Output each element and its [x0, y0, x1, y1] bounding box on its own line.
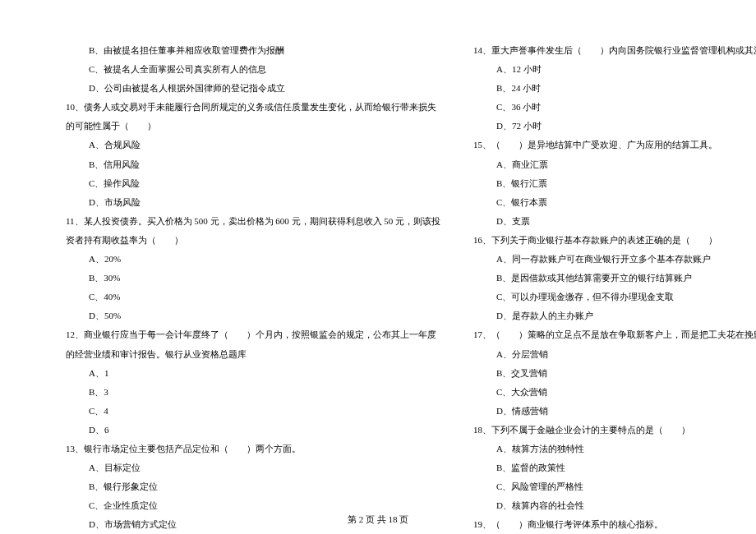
option-text: B、银行形象定位 [66, 477, 440, 496]
option-text: A、目标定位 [66, 458, 440, 477]
option-text: D、核算内容的社会性 [473, 496, 756, 515]
option-text: B、3 [66, 383, 440, 402]
option-text: A、20% [66, 250, 440, 269]
option-text: A、同一存款账户可在商业银行开立多个基本存款账户 [473, 250, 756, 269]
option-text: A、1 [66, 364, 440, 383]
option-text: D、情感营销 [473, 402, 756, 421]
option-text: A、合规风险 [66, 136, 440, 154]
option-text: A、12 小时 [473, 60, 756, 79]
option-text: A、分层营销 [473, 345, 756, 364]
question-text: 15、（ ）是异地结算中广受欢迎、广为应用的结算工具。 [473, 136, 756, 154]
option-text: C、银行本票 [473, 193, 756, 212]
option-text: C、40% [66, 288, 440, 306]
option-text: A、商业汇票 [473, 155, 756, 174]
option-text: B、是因借款或其他结算需要开立的银行结算账户 [473, 269, 756, 288]
question-text: 17、（ ）策略的立足点不是放在争取新客户上，而是把工夫花在挽留老客户上。 [473, 325, 756, 344]
option-text: D、是存款人的主办账户 [473, 306, 756, 325]
option-text: C、36 小时 [473, 98, 756, 117]
option-text: C、企业性质定位 [66, 496, 440, 515]
page-footer: 第 2 页 共 18 页 [0, 513, 756, 526]
option-text: A、核算方法的独特性 [473, 440, 756, 458]
document-page: B、由被提名担任董事并相应收取管理费作为报酬 C、被提名人全面掌握公司真实所有人… [0, 0, 756, 534]
question-text: 10、债务人或交易对手未能履行合同所规定的义务或信任质量发生变化，从而给银行带来… [66, 98, 440, 117]
right-column: 14、重大声誉事件发生后（ ）内向国务院银行业监督管理机构或其派出机构报告有关情… [473, 41, 756, 534]
option-text: D、支票 [473, 212, 756, 231]
option-text: C、大众营销 [473, 383, 756, 402]
option-text: C、操作风险 [66, 174, 440, 193]
question-text: 16、下列关于商业银行基本存款账户的表述正确的是（ ） [473, 231, 756, 250]
question-text: 的可能性属于（ ） [66, 117, 440, 136]
option-text: C、被提名人全面掌握公司真实所有人的信息 [66, 60, 440, 79]
question-text: 11、某人投资债券。买入价格为 500 元，卖出价格为 600 元，期间获得利息… [66, 212, 440, 231]
option-text: C、风险管理的严格性 [473, 477, 756, 496]
question-text: 13、银行市场定位主要包括产品定位和（ ）两个方面。 [66, 440, 440, 458]
option-text: D、公司由被提名人根据外国律师的登记指令成立 [66, 79, 440, 98]
question-text: 资者持有期收益率为（ ） [66, 231, 440, 250]
option-text: B、银行汇票 [473, 174, 756, 193]
option-text: C、4 [66, 402, 440, 421]
option-text: D、市场风险 [66, 193, 440, 212]
option-text: B、交叉营销 [473, 364, 756, 383]
option-text: C、可以办理现金缴存，但不得办理现金支取 [473, 288, 756, 306]
option-text: B、30% [66, 269, 440, 288]
option-text: B、监督的政策性 [473, 458, 756, 477]
option-text: B、24 小时 [473, 79, 756, 98]
option-text: D、72 小时 [473, 117, 756, 136]
question-text: 18、下列不属于金融企业会计的主要特点的是（ ） [473, 421, 756, 440]
option-text: D、6 [66, 421, 440, 440]
option-text: D、50% [66, 306, 440, 325]
question-text: 的经营业绩和审计报告。银行从业资格总题库 [66, 345, 440, 364]
question-text: 14、重大声誉事件发生后（ ）内向国务院银行业监督管理机构或其派出机构报告有关情… [473, 41, 756, 60]
question-text: 12、商业银行应当于每一会计年度终了（ ）个月内，按照银监会的规定，公布其上一年… [66, 325, 440, 344]
left-column: B、由被提名担任董事并相应收取管理费作为报酬 C、被提名人全面掌握公司真实所有人… [66, 41, 440, 534]
option-text: B、信用风险 [66, 155, 440, 174]
option-text: B、由被提名担任董事并相应收取管理费作为报酬 [66, 41, 440, 60]
